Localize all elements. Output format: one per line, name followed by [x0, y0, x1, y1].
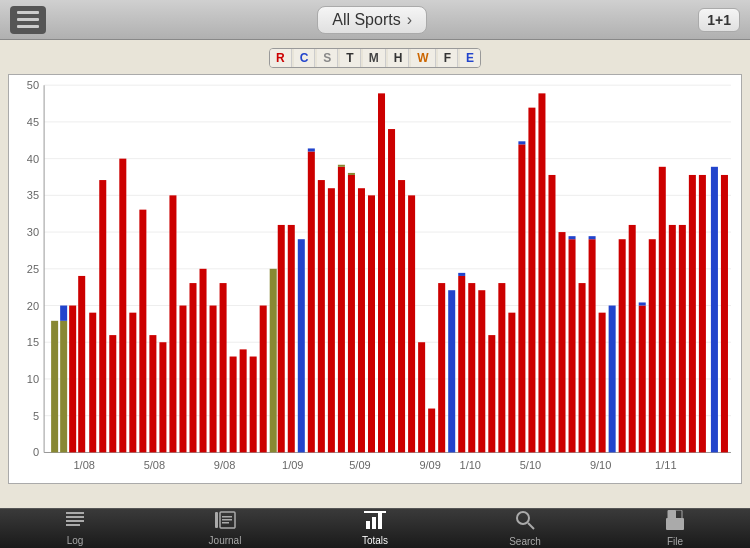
svg-rect-100	[609, 306, 616, 453]
nav-button[interactable]: All Sports ›	[317, 6, 427, 34]
svg-rect-74	[418, 342, 425, 452]
svg-rect-39	[139, 210, 146, 453]
svg-rect-115	[66, 516, 84, 518]
svg-text:1/09: 1/09	[282, 459, 303, 471]
top-bar: All Sports › 1+1	[0, 0, 750, 40]
svg-rect-51	[250, 357, 257, 453]
svg-rect-111	[699, 175, 706, 452]
badge: 1+1	[698, 8, 740, 32]
svg-text:25: 25	[27, 263, 39, 275]
totals-icon	[364, 511, 386, 534]
svg-rect-50	[240, 349, 247, 452]
svg-rect-110	[689, 175, 696, 452]
svg-rect-113	[721, 175, 728, 452]
svg-text:1/10: 1/10	[460, 459, 481, 471]
svg-rect-28	[60, 321, 67, 453]
svg-rect-124	[372, 517, 376, 529]
tab-file[interactable]: File	[635, 510, 715, 547]
legend-f: F	[438, 49, 458, 67]
svg-rect-40	[149, 335, 156, 452]
svg-rect-53	[270, 269, 277, 453]
svg-rect-61	[328, 188, 335, 452]
svg-rect-68	[368, 195, 375, 452]
legend-e: E	[460, 49, 480, 67]
svg-rect-78	[458, 276, 465, 452]
svg-rect-107	[659, 167, 666, 453]
svg-rect-92	[559, 232, 566, 452]
tab-search[interactable]: Search	[485, 510, 565, 547]
svg-rect-57	[298, 239, 305, 452]
svg-rect-71	[398, 180, 405, 452]
svg-rect-87	[518, 144, 525, 452]
svg-rect-98	[589, 236, 596, 239]
svg-rect-33	[89, 313, 96, 453]
svg-rect-56	[288, 225, 295, 452]
svg-rect-89	[528, 108, 535, 453]
svg-rect-75	[428, 409, 435, 453]
log-icon	[64, 511, 86, 534]
legend-h: H	[388, 49, 410, 67]
svg-text:50: 50	[27, 79, 39, 91]
tab-totals[interactable]: Totals	[335, 511, 415, 546]
svg-rect-125	[378, 513, 382, 529]
svg-rect-1	[17, 18, 39, 21]
svg-rect-82	[478, 290, 485, 452]
search-icon	[515, 510, 535, 535]
svg-rect-104	[639, 306, 646, 453]
tab-journal[interactable]: Journal	[185, 511, 265, 546]
svg-rect-42	[169, 195, 176, 452]
svg-rect-95	[569, 236, 576, 239]
legend-c: C	[294, 49, 316, 67]
svg-rect-62	[338, 167, 345, 453]
bar-chart: .grid-line { stroke: #ddd; stroke-width:…	[8, 74, 742, 484]
svg-text:20: 20	[27, 300, 39, 312]
svg-rect-81	[468, 283, 475, 452]
svg-rect-29	[60, 306, 67, 321]
tab-log[interactable]: Log	[35, 511, 115, 546]
svg-text:9/09: 9/09	[419, 459, 440, 471]
legend-s: S	[317, 49, 338, 67]
svg-rect-105	[639, 302, 646, 305]
svg-text:35: 35	[27, 189, 39, 201]
svg-rect-85	[508, 313, 515, 453]
svg-point-127	[517, 512, 529, 524]
tab-file-label: File	[667, 536, 683, 547]
nav-button-label: All Sports	[332, 11, 400, 29]
svg-rect-109	[679, 225, 686, 452]
legend-m: M	[363, 49, 386, 67]
svg-text:30: 30	[27, 226, 39, 238]
svg-rect-37	[129, 313, 136, 453]
svg-rect-46	[210, 306, 217, 453]
svg-rect-130	[668, 510, 676, 519]
svg-rect-67	[358, 188, 365, 452]
legend-w: W	[411, 49, 435, 67]
svg-rect-54	[278, 225, 285, 452]
svg-text:5/09: 5/09	[349, 459, 370, 471]
svg-rect-97	[589, 239, 596, 452]
svg-text:10: 10	[27, 373, 39, 385]
svg-rect-116	[66, 520, 84, 522]
svg-rect-63	[338, 165, 345, 167]
svg-rect-70	[388, 129, 395, 452]
svg-text:9/10: 9/10	[590, 459, 611, 471]
svg-rect-118	[215, 512, 218, 528]
svg-rect-94	[569, 239, 576, 452]
svg-rect-77	[448, 290, 455, 452]
svg-text:15: 15	[27, 336, 39, 348]
main-content: R C S T M H W F E .grid-line { stroke: #…	[0, 40, 750, 508]
tab-log-label: Log	[67, 535, 84, 546]
menu-icon[interactable]	[10, 6, 46, 34]
svg-rect-59	[308, 148, 315, 151]
svg-text:1/11: 1/11	[655, 459, 676, 471]
svg-text:40: 40	[27, 153, 39, 165]
svg-rect-112	[711, 167, 718, 453]
journal-icon	[214, 511, 236, 534]
svg-rect-79	[458, 273, 465, 276]
svg-rect-58	[308, 152, 315, 453]
svg-rect-36	[119, 159, 126, 453]
legend-t: T	[340, 49, 360, 67]
svg-rect-60	[318, 180, 325, 452]
svg-rect-114	[66, 512, 84, 514]
tab-bar: Log Journal Totals	[0, 508, 750, 548]
svg-rect-41	[159, 342, 166, 452]
